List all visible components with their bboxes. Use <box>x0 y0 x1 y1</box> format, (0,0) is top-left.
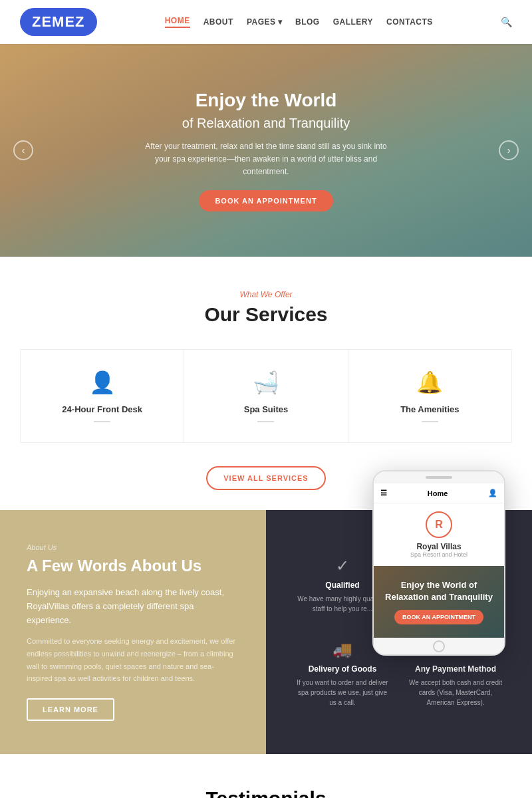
logo[interactable]: ZEMEZ <box>20 8 97 36</box>
service-line-3 <box>422 421 438 422</box>
phone-cta-button[interactable]: BOOK AN APPOINTMENT <box>394 610 483 624</box>
phone-menu-label: Home <box>428 489 448 497</box>
service-item-3: 🔔 The Amenities <box>348 350 511 442</box>
hero-title: Enjoy the World <box>140 89 392 112</box>
learn-more-button[interactable]: LEARN MORE <box>27 698 114 721</box>
phone-hero: Enjoy the World of Relaxation and Tranqu… <box>374 566 504 638</box>
service-icon-3: 🔔 <box>362 370 498 395</box>
hero-section: ‹ Enjoy the World of Relaxation and Tran… <box>0 44 532 257</box>
testimonials-section: Testimonials ❝ No better way to rediscov… <box>0 754 532 798</box>
service-line-1 <box>94 421 110 422</box>
phone-nav-bar: ☰ Home 👤 <box>374 483 504 503</box>
hero-nav-left[interactable]: ‹ <box>13 140 33 160</box>
feature-title-3: Any Payment Method <box>409 664 502 674</box>
phone-brand: Royal Villas <box>382 542 496 551</box>
phone-home-button[interactable] <box>433 640 445 652</box>
phone-logo-area: R Royal Villas Spa Resort and Hotel <box>374 503 504 566</box>
main-nav: HOME ABOUT PAGES ▾ BLOG GALLERY CONTACTS <box>165 16 433 28</box>
services-title: Our Services <box>20 303 512 326</box>
hero-subtitle: of Relaxation and Tranquility <box>140 116 392 131</box>
nav-pages[interactable]: PAGES ▾ <box>247 17 282 27</box>
about-title: A Few Words About Us <box>27 557 239 575</box>
service-icon-2: 🛁 <box>198 370 334 395</box>
about-section: ☰ Home 👤 R Royal Villas Spa Resort and H… <box>0 510 532 754</box>
phone-top-bar <box>374 471 504 483</box>
hero-description: After your treatment, relax and let the … <box>140 140 392 179</box>
service-line-2 <box>257 421 274 422</box>
nav-about[interactable]: ABOUT <box>203 17 233 27</box>
services-grid: 👤 24-Hour Front Desk 🛁 Spa Suites 🔔 The … <box>20 349 512 443</box>
hero-nav-right[interactable]: › <box>499 140 519 160</box>
nav-gallery[interactable]: GALLERY <box>333 17 373 27</box>
services-label: What We Offer <box>20 290 512 299</box>
phone-tagline: Spa Resort and Hotel <box>382 551 496 558</box>
about-description: Committed to everyone seeking energy and… <box>27 635 239 685</box>
hero-cta-button[interactable]: BOOK AN APPOINTMENT <box>199 190 332 211</box>
about-highlight: Enjoying an expansive beach along the li… <box>27 586 239 627</box>
feature-title-2: Delivery of Goods <box>296 664 389 674</box>
service-item-1: 👤 24-Hour Front Desk <box>21 350 184 442</box>
about-left: About Us A Few Words About Us Enjoying a… <box>0 510 266 754</box>
phone-mockup: ☰ Home 👤 R Royal Villas Spa Resort and H… <box>372 470 505 656</box>
feature-desc-2: If you want to order and deliver spa pro… <box>296 678 389 708</box>
service-name-3: The Amenities <box>362 404 498 414</box>
nav-contacts[interactable]: CONTACTS <box>386 17 433 27</box>
service-item-2: 🛁 Spa Suites <box>184 350 348 442</box>
phone-hero-title: Enjoy the World of Relaxation and Tranqu… <box>382 579 496 603</box>
nav-blog[interactable]: BLOG <box>295 17 320 27</box>
service-icon-1: 👤 <box>34 370 170 395</box>
feature-desc-3: We accept both cash and credit cards (Vi… <box>409 678 502 708</box>
service-name-2: Spa Suites <box>198 404 334 414</box>
search-icon[interactable]: 🔍 <box>501 17 512 27</box>
about-label: About Us <box>27 543 239 551</box>
chevron-down-icon: ▾ <box>278 17 283 27</box>
nav-home[interactable]: HOME <box>165 16 190 28</box>
phone-user-icon[interactable]: 👤 <box>488 489 497 497</box>
header: ZEMEZ HOME ABOUT PAGES ▾ BLOG GALLERY CO… <box>0 0 532 44</box>
phone-hamburger-icon[interactable]: ☰ <box>380 489 387 497</box>
service-name-1: 24-Hour Front Desk <box>34 404 170 414</box>
hero-content: Enjoy the World of Relaxation and Tranqu… <box>140 89 392 211</box>
phone-r-circle: R <box>426 511 452 538</box>
view-all-services-button[interactable]: VIEW ALL SERVICES <box>206 466 325 490</box>
testimonials-title: Testimonials <box>20 787 512 798</box>
phone-speaker <box>426 476 452 479</box>
phone-bottom <box>374 638 504 654</box>
